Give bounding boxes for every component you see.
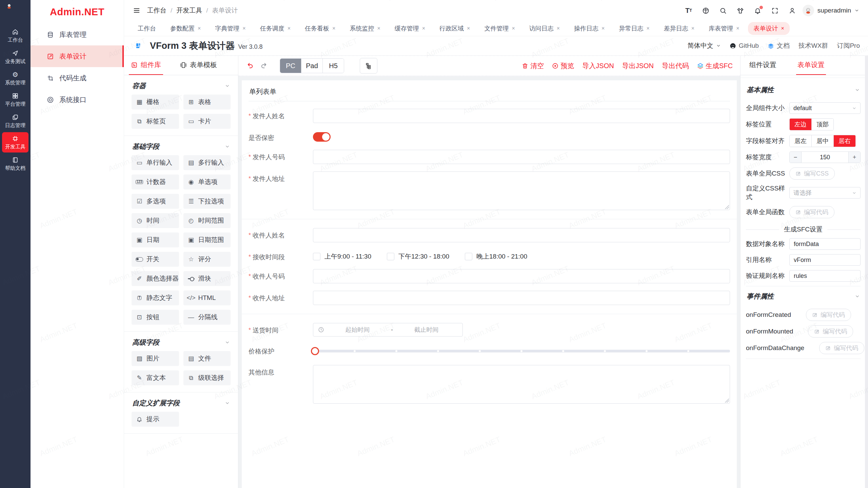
chevron-down-icon[interactable]: [225, 401, 230, 406]
tab-close-icon[interactable]: ×: [691, 25, 694, 32]
workspace-tab[interactable]: 任务看板×: [299, 22, 341, 35]
textarea-input[interactable]: [313, 171, 730, 210]
form-row[interactable]: *收件人号码: [249, 269, 730, 283]
workspace-tab[interactable]: 系统监控×: [344, 22, 386, 35]
textarea-input[interactable]: [313, 365, 730, 404]
tab-close-icon[interactable]: ×: [646, 25, 649, 32]
tab-close-icon[interactable]: ×: [288, 25, 291, 32]
workspace-tab[interactable]: 缓存管理×: [389, 22, 431, 35]
workspace-tab[interactable]: 差异日志×: [658, 22, 700, 35]
tab-close-icon[interactable]: ×: [467, 25, 470, 32]
palette-item[interactable]: ▦栅格: [132, 95, 179, 109]
workspace-tab[interactable]: 异常日志×: [613, 22, 655, 35]
form-canvas[interactable]: 单列表单 *发件人姓名是否保密*发件人号码*发件人地址*收件人姓名*接收时间段上…: [242, 80, 737, 488]
palette-item[interactable]: ⧉标签页: [132, 114, 179, 129]
palette-item[interactable]: ☑多选项: [132, 194, 179, 209]
undo-icon[interactable]: [246, 62, 254, 70]
tab-close-icon[interactable]: ×: [377, 25, 380, 32]
palette-tab[interactable]: 表单模板: [178, 60, 219, 75]
designer-link[interactable]: 订阅Pro: [837, 41, 860, 50]
palette-item[interactable]: —分隔线: [183, 310, 231, 325]
form-row[interactable]: 是否保密: [249, 130, 730, 142]
language-select[interactable]: 简体中文: [688, 41, 721, 50]
palette-item[interactable]: ▣日期: [132, 232, 179, 247]
collapse-menu-icon[interactable]: [133, 7, 140, 14]
action-导出JSON[interactable]: 导出JSON: [622, 61, 654, 70]
sidebar-item-table-mgmt[interactable]: 库表管理: [31, 24, 124, 45]
workspace-tab[interactable]: 文件管理×: [479, 22, 520, 35]
theme-icon[interactable]: [737, 7, 744, 14]
device-h5[interactable]: H5: [322, 59, 344, 73]
sidebar-item-code-gen[interactable]: 代码生成: [31, 67, 124, 89]
time-range-picker[interactable]: 起始时间-截止时间: [313, 323, 463, 337]
tab-close-icon[interactable]: ×: [557, 25, 560, 32]
text-input[interactable]: [313, 109, 730, 123]
sidebar-item-system-api[interactable]: 系统接口: [31, 89, 124, 110]
code-editor-button[interactable]: 编写代码: [789, 206, 834, 218]
breadcrumb-item[interactable]: 工作台: [147, 6, 166, 15]
code-editor-button[interactable]: 编写代码: [806, 309, 851, 321]
palette-item[interactable]: ✐颜色选择器: [132, 271, 179, 286]
checkbox-box[interactable]: [465, 253, 472, 260]
device-pc[interactable]: PC: [280, 59, 301, 73]
palette-item[interactable]: 123计数器: [132, 175, 179, 189]
workspace-tab[interactable]: 字典管理×: [210, 22, 251, 35]
palette-item[interactable]: ⊞表格: [183, 95, 231, 109]
search-icon[interactable]: [719, 7, 727, 14]
code-editor-button[interactable]: 编写CSS: [789, 167, 835, 180]
workspace-tab[interactable]: 访问日志×: [524, 22, 565, 35]
palette-item[interactable]: T静态文字: [132, 290, 179, 305]
tab-close-icon[interactable]: ×: [332, 25, 335, 32]
app-logo-mascot[interactable]: [6, 3, 24, 21]
select-input[interactable]: default: [789, 102, 861, 114]
text-input[interactable]: formData: [789, 238, 861, 250]
segment-option[interactable]: 顶部: [811, 119, 833, 130]
segment-option[interactable]: 居右: [833, 135, 855, 147]
language-icon[interactable]: [702, 7, 709, 14]
slider-handle[interactable]: [311, 347, 319, 355]
form-row[interactable]: *发件人号码: [249, 150, 730, 164]
sidebar-item-form-design[interactable]: 表单设计: [31, 45, 124, 67]
fullscreen-icon[interactable]: [771, 7, 778, 14]
device-pad[interactable]: Pad: [301, 59, 322, 73]
workspace-tab[interactable]: 操作日志×: [569, 22, 610, 35]
switch-toggle[interactable]: [313, 132, 331, 142]
action-导入JSON[interactable]: 导入JSON: [582, 61, 614, 70]
code-editor-button[interactable]: 编写代码: [808, 325, 853, 338]
palette-item[interactable]: ▧图片: [132, 351, 179, 366]
palette-item[interactable]: 滑块: [183, 271, 231, 286]
text-input[interactable]: [313, 150, 730, 164]
text-input[interactable]: [313, 269, 730, 283]
form-row[interactable]: 价格保护: [249, 344, 730, 358]
checkbox-option[interactable]: 晚上18:00 - 21:00: [465, 252, 527, 261]
settings-tab[interactable]: 表单设置: [796, 60, 826, 75]
checkbox-option[interactable]: 上午9:00 - 11:30: [313, 252, 371, 261]
palette-item[interactable]: ◉单选项: [183, 175, 231, 189]
palette-item[interactable]: ▤多行输入: [183, 155, 231, 170]
font-size-icon[interactable]: TT: [685, 7, 692, 14]
tab-close-icon[interactable]: ×: [198, 25, 201, 32]
palette-item[interactable]: 提示: [132, 412, 179, 427]
segment-option[interactable]: 左边: [790, 119, 811, 130]
rail-item-platform-mgmt[interactable]: 平台管理: [2, 89, 28, 110]
form-row[interactable]: *送货时间起始时间-截止时间: [249, 323, 730, 337]
rail-item-dev-tools[interactable]: 开发工具: [2, 132, 28, 152]
palette-item[interactable]: ▭单行输入: [132, 155, 179, 170]
rail-item-workbench[interactable]: 工作台: [2, 25, 28, 46]
rail-item-biz-test[interactable]: 业务测试: [2, 47, 28, 67]
palette-item[interactable]: ⧉级联选择: [183, 370, 231, 385]
form-row[interactable]: *收件人地址: [249, 291, 730, 305]
tab-close-icon[interactable]: ×: [512, 25, 515, 32]
checkbox-box[interactable]: [387, 253, 394, 260]
form-row[interactable]: *收件人姓名: [249, 228, 730, 242]
chevron-down-icon[interactable]: [855, 294, 860, 299]
designer-link[interactable]: GitHub: [730, 41, 759, 50]
node-tree-button[interactable]: [360, 58, 377, 74]
workspace-tab[interactable]: 库表管理×: [703, 22, 745, 35]
form-row[interactable]: *接收时间段上午9:00 - 11:30下午12:30 - 18:00晚上18:…: [249, 250, 730, 262]
text-input[interactable]: vForm: [789, 254, 861, 266]
palette-item[interactable]: ▭卡片: [183, 114, 231, 129]
checkbox-option[interactable]: 下午12:30 - 18:00: [387, 252, 449, 261]
user-icon[interactable]: [789, 7, 796, 14]
segment-option[interactable]: 居左: [790, 135, 811, 147]
